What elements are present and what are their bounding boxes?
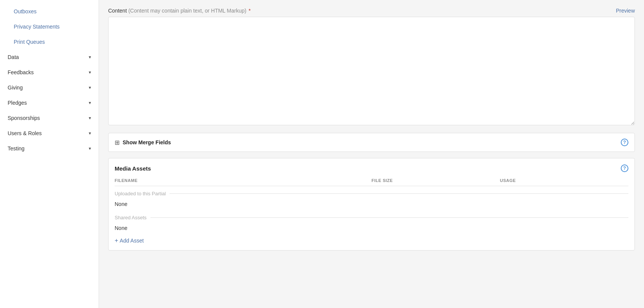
show-merge-fields-button[interactable]: ⊞ Show Merge Fields (115, 139, 171, 146)
chevron-down-icon: ▾ (89, 70, 91, 75)
chevron-down-icon: ▾ (89, 54, 91, 60)
chevron-down-icon: ▾ (89, 85, 91, 90)
sidebar-item-privacy-statements[interactable]: Privacy Statements (0, 19, 99, 34)
chevron-down-icon: ▾ (89, 100, 91, 105)
content-header: Content (Content may contain plain text,… (108, 8, 635, 14)
merge-fields-section: ⊞ Show Merge Fields ? (108, 133, 635, 152)
col-usage: USAGE (500, 178, 628, 183)
content-textarea[interactable] (108, 17, 635, 125)
col-filesize: FILE SIZE (372, 178, 500, 183)
media-assets-help-icon[interactable]: ? (621, 164, 628, 172)
add-asset-button[interactable]: + Add Asset (115, 237, 628, 244)
sidebar-item-feedbacks[interactable]: Feedbacks ▾ (0, 65, 99, 80)
uploaded-none-label: None (115, 199, 628, 210)
sidebar-item-print-queues[interactable]: Print Queues (0, 34, 99, 49)
sidebar-item-testing[interactable]: Testing ▾ (0, 141, 99, 156)
chevron-down-icon: ▾ (89, 146, 91, 151)
main-content: Content (Content may contain plain text,… (99, 0, 644, 308)
content-field-label: Content (Content may contain plain text,… (108, 8, 251, 14)
sidebar-item-data[interactable]: Data ▾ (0, 49, 99, 65)
sidebar-item-users-roles[interactable]: Users & Roles ▾ (0, 126, 99, 141)
sidebar-item-sponsorships[interactable]: Sponsorships ▾ (0, 110, 99, 126)
merge-fields-help-icon[interactable]: ? (621, 139, 628, 146)
preview-link[interactable]: Preview (616, 8, 635, 14)
media-assets-header: Media Assets ? (115, 164, 628, 172)
shared-none-label: None (115, 223, 628, 234)
merge-fields-icon: ⊞ (115, 139, 120, 146)
chevron-down-icon: ▾ (89, 115, 91, 121)
sidebar-item-outboxes[interactable]: Outboxes (0, 4, 99, 19)
divider-line (169, 193, 628, 194)
media-assets-section: Media Assets ? FILENAME FILE SIZE USAGE … (108, 158, 635, 251)
chevron-down-icon: ▾ (89, 131, 91, 136)
plus-icon: + (115, 237, 118, 244)
divider-line (150, 217, 628, 218)
uploaded-section-divider: Uploaded to this Partial (115, 191, 628, 196)
table-header: FILENAME FILE SIZE USAGE (115, 178, 628, 186)
sidebar: Outboxes Privacy Statements Print Queues… (0, 0, 99, 308)
sidebar-item-pledges[interactable]: Pledges ▾ (0, 95, 99, 110)
col-filename: FILENAME (115, 178, 372, 183)
sidebar-item-giving[interactable]: Giving ▾ (0, 80, 99, 95)
media-assets-title: Media Assets (115, 165, 151, 172)
shared-section-divider: Shared Assets (115, 215, 628, 220)
